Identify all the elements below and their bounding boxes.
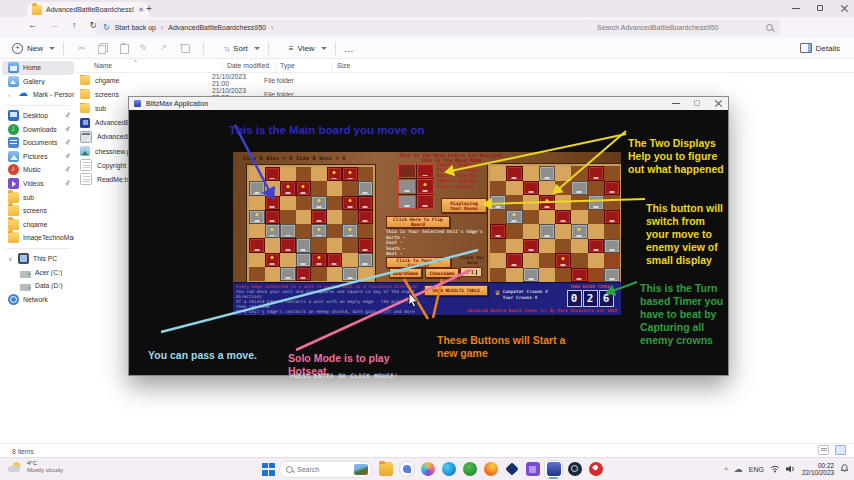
red-piece[interactable] [604,210,620,225]
red-piece[interactable] [571,268,587,283]
notification-bell-icon[interactable] [840,464,849,474]
board-square[interactable] [327,238,343,252]
column-date[interactable]: Date modified [222,62,275,69]
gray-piece[interactable] [296,238,312,252]
maximize-button[interactable] [693,99,701,107]
board-square[interactable] [249,224,265,238]
red-piece[interactable] [358,196,374,210]
board-square[interactable] [539,181,555,196]
rename-icon[interactable]: ✎ [140,43,148,53]
sidebar-item[interactable]: ImageTechnoMage [2,231,74,245]
ai-toggle[interactable]: A I [460,267,482,277]
red-piece[interactable] [417,179,435,193]
board-square[interactable] [490,239,506,254]
sidebar-item[interactable]: ∨ This PC [2,252,74,266]
board-square[interactable] [539,239,555,254]
gray-piece[interactable] [588,195,604,210]
board-square[interactable] [280,167,296,181]
search-input[interactable]: Search AdvancedBattleBoardchess950 [590,20,780,35]
board-square[interactable] [249,167,265,181]
board-square[interactable] [490,181,506,196]
board-square[interactable] [588,210,604,225]
board-square[interactable] [506,181,522,196]
red-piece[interactable] [523,239,539,254]
board-square[interactable] [358,224,374,238]
breadcrumb-backup[interactable]: Start back up [115,24,156,31]
board-square[interactable] [523,195,539,210]
details-button[interactable]: Details [800,43,840,53]
tab-close-icon[interactable]: ✕ [138,6,144,14]
board-square[interactable] [588,181,604,196]
taskbar-app[interactable] [523,460,542,479]
board-square[interactable] [490,268,506,283]
breadcrumb-folder[interactable]: AdvancedBattleBoardchess950 [168,24,266,31]
board-square[interactable] [398,164,416,178]
new-tab-button[interactable]: + [146,3,152,14]
sidebar-item[interactable]: Music [2,163,74,177]
taskbar-app[interactable] [376,460,395,479]
column-name[interactable]: Name [76,62,222,69]
board-square[interactable] [571,195,587,210]
sort-button[interactable]: ↑↓ Sort [224,44,260,53]
gray-piece[interactable] [342,267,358,281]
board-square[interactable] [506,195,522,210]
red-piece[interactable] [506,166,522,181]
close-button[interactable] [714,99,722,107]
board-square[interactable] [490,166,506,181]
maximize-button[interactable] [816,4,824,12]
board-square[interactable] [265,181,281,195]
red-piece[interactable] [265,167,281,181]
sidebar-item[interactable]: Home [2,61,74,75]
red-piece[interactable] [417,195,435,209]
board-square[interactable] [358,267,374,281]
back-button[interactable]: ← [28,20,37,30]
red-piece[interactable] [342,167,358,181]
board-square[interactable] [342,253,358,267]
expand-chevron-icon[interactable]: ∨ [8,255,14,262]
board-square[interactable] [555,166,571,181]
board-square[interactable] [280,210,296,224]
board-square[interactable] [506,268,522,283]
sidebar-item[interactable]: screens [2,204,74,218]
red-piece[interactable] [249,238,265,252]
gray-piece[interactable] [604,268,620,283]
gray-piece[interactable] [280,267,296,281]
sidebar-item[interactable]: Network [2,293,74,307]
sidebar-item[interactable]: Desktop [2,109,74,123]
board-square[interactable] [327,196,343,210]
board-square[interactable] [280,196,296,210]
board-square[interactable] [249,267,265,281]
gray-piece[interactable] [249,181,265,195]
board-square[interactable] [604,253,620,268]
red-piece[interactable] [523,181,539,196]
board-square[interactable] [311,167,327,181]
gray-piece[interactable] [490,195,506,210]
gray-piece[interactable] [539,224,555,239]
gray-piece[interactable] [571,181,587,196]
taskbar-app[interactable] [397,460,416,479]
gray-piece[interactable] [539,166,555,181]
flip-board-button[interactable]: Click Here to Flip Board [386,216,450,228]
language-indicator[interactable]: ENG [749,466,764,473]
taskbar-search[interactable]: Search [279,461,372,478]
chessgame-button[interactable]: ChessGame [425,268,459,278]
details-view-icon[interactable] [818,445,829,455]
red-piece[interactable] [311,210,327,224]
board-square[interactable] [604,224,620,239]
gray-piece[interactable] [506,210,522,225]
boardgame-button[interactable]: BoardGame [389,268,422,278]
start-button[interactable] [262,463,275,476]
red-piece[interactable] [604,181,620,196]
sidebar-item[interactable]: Gallery [2,75,74,89]
onedrive-icon[interactable]: ☁ [734,465,743,474]
thumbnail-view-icon[interactable] [835,445,846,455]
board-square[interactable] [327,210,343,224]
board-square[interactable] [490,253,506,268]
board-square[interactable] [604,166,620,181]
copy-icon[interactable] [98,43,107,53]
red-piece[interactable] [280,181,296,195]
gray-piece[interactable] [249,210,265,224]
red-piece[interactable] [539,195,555,210]
gray-piece[interactable] [523,268,539,283]
forward-button[interactable]: → [50,20,59,30]
